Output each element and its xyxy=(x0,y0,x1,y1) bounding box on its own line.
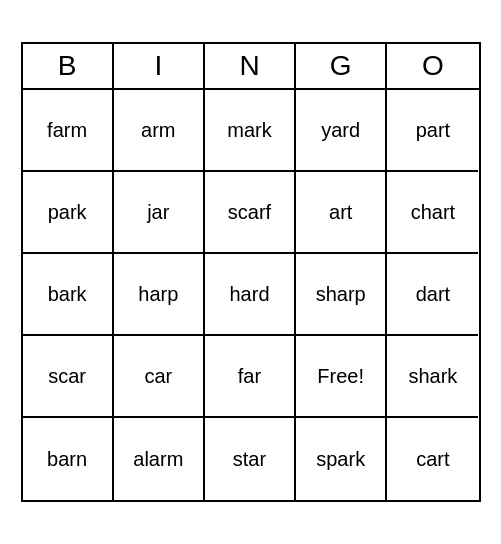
header-i: I xyxy=(114,44,205,88)
bingo-header: B I N G O xyxy=(23,44,479,90)
bingo-cell-9: chart xyxy=(387,172,478,254)
bingo-cell-18: Free! xyxy=(296,336,387,418)
bingo-cell-16: car xyxy=(114,336,205,418)
bingo-cell-3: yard xyxy=(296,90,387,172)
bingo-cell-10: bark xyxy=(23,254,114,336)
bingo-cell-1: arm xyxy=(114,90,205,172)
bingo-cell-7: scarf xyxy=(205,172,296,254)
header-g: G xyxy=(296,44,387,88)
bingo-cell-8: art xyxy=(296,172,387,254)
bingo-cell-6: jar xyxy=(114,172,205,254)
bingo-cell-2: mark xyxy=(205,90,296,172)
bingo-cell-20: barn xyxy=(23,418,114,500)
bingo-cell-11: harp xyxy=(114,254,205,336)
bingo-cell-23: spark xyxy=(296,418,387,500)
bingo-cell-13: sharp xyxy=(296,254,387,336)
header-n: N xyxy=(205,44,296,88)
header-b: B xyxy=(23,44,114,88)
bingo-body: farmarmmarkyardpartparkjarscarfartchartb… xyxy=(23,90,479,500)
bingo-cell-15: scar xyxy=(23,336,114,418)
bingo-card: B I N G O farmarmmarkyardpartparkjarscar… xyxy=(21,42,481,502)
bingo-cell-4: part xyxy=(387,90,478,172)
bingo-cell-24: cart xyxy=(387,418,478,500)
bingo-cell-17: far xyxy=(205,336,296,418)
bingo-cell-19: shark xyxy=(387,336,478,418)
bingo-cell-14: dart xyxy=(387,254,478,336)
bingo-cell-12: hard xyxy=(205,254,296,336)
bingo-cell-0: farm xyxy=(23,90,114,172)
bingo-cell-22: star xyxy=(205,418,296,500)
bingo-cell-5: park xyxy=(23,172,114,254)
bingo-cell-21: alarm xyxy=(114,418,205,500)
header-o: O xyxy=(387,44,478,88)
